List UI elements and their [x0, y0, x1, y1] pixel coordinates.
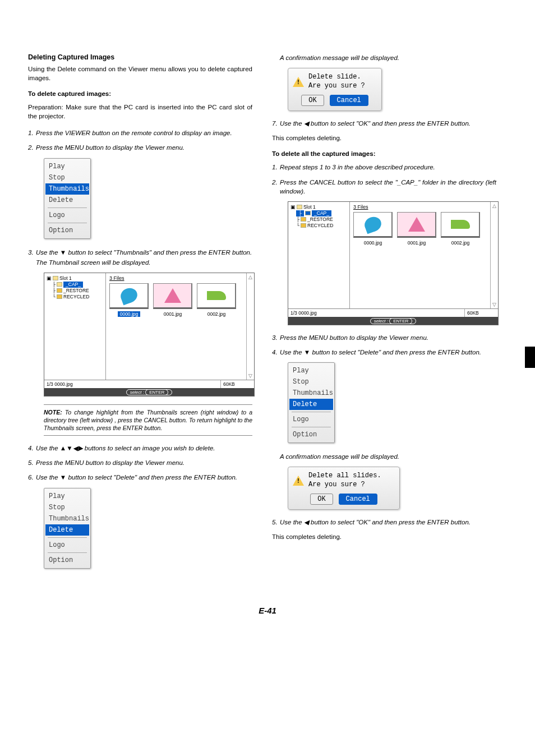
folder-icon [301, 223, 306, 228]
file-count: 3 Files [109, 275, 243, 281]
scroll-up-icon[interactable]: △ [248, 274, 252, 280]
menu-option[interactable]: Option [289, 429, 333, 440]
dialog-line1: Delete all slides. [308, 472, 381, 481]
thumbnail-grid[interactable]: 3 Files 0000.jpg 0001.jpg 0002.jpg [350, 202, 490, 308]
step-4b: 4.Use the ▼ button to select "Delete" an… [272, 348, 496, 357]
intro-text: Using the Delete command on the Viewer m… [28, 64, 252, 82]
menu-logo[interactable]: Logo [45, 540, 89, 551]
step-5: 5.Press the MENU button to display the V… [28, 458, 252, 467]
step-4: 4.Use the ▲▼◀▶ buttons to select an imag… [28, 444, 252, 453]
menu-option[interactable]: Option [45, 555, 89, 566]
menu-play[interactable]: Play [45, 491, 89, 502]
step-3: 3.Use the ▼ button to select "Thumbnails… [28, 248, 252, 257]
page-number: E-41 [0, 600, 535, 626]
scroll-down-icon[interactable]: ▽ [248, 373, 252, 379]
status-bar: 1/3 0000.jpg60KB [288, 308, 498, 317]
menu-stop[interactable]: Stop [289, 376, 333, 388]
image-icon [451, 220, 470, 229]
image-icon [118, 285, 139, 305]
scrollbar[interactable]: △▽ [246, 273, 254, 380]
page-edge-tab [525, 347, 535, 368]
menu-delete[interactable]: Delete [45, 195, 89, 206]
thumb-item[interactable]: 0001.jpg [153, 283, 192, 317]
step-3b: 3.Press the MENU button to display the V… [272, 333, 496, 342]
folder-tree[interactable]: ▣ Slot 1 ├_CAP_ ├_RESTORE └RECYCLED [44, 273, 106, 380]
subheading-delete-all: To delete all the captured images: [272, 150, 496, 157]
folder-icon [305, 211, 311, 215]
warning-icon [293, 476, 304, 486]
thumb-item[interactable]: 0000.jpg [353, 212, 393, 246]
image-icon [362, 214, 383, 234]
step-7: 7.Use the ◀ button to select "OK" and th… [272, 119, 496, 128]
thumbnail-screen: ▣ Slot 1 ├_CAP_ ├_RESTORE └RECYCLED 3 Fi… [44, 273, 255, 397]
hint-bar: select : ENTER [288, 317, 498, 325]
note-box: NOTE: To change highlight from the Thumb… [44, 404, 252, 436]
viewer-menu: Play Stop Thumbnails Delete Logo Option [44, 488, 91, 569]
folder-icon [57, 294, 62, 299]
delete-slide-dialog: Delete slide.Are you sure ? OK Cancel [288, 68, 382, 111]
step-1: 1.Press the VIEWER button on the remote … [28, 128, 252, 137]
image-icon [207, 291, 226, 300]
cancel-button[interactable]: Cancel [330, 95, 368, 106]
menu-delete[interactable]: Delete [289, 399, 333, 410]
step-5b: 5.Use the ◀ button to select "OK" and th… [272, 518, 496, 527]
complete-text: This completes deleting. [272, 532, 496, 541]
preparation-text: Preparation: Make sure that the PC card … [28, 103, 252, 121]
menu-play[interactable]: Play [45, 161, 89, 172]
hint-text: select : ENTER [370, 318, 417, 324]
warning-icon [293, 77, 304, 87]
viewer-menu: Play Stop Thumbnails Delete Logo Option [288, 362, 335, 443]
dialog-line2: Are you sure ? [308, 82, 365, 91]
status-bar: 1/3 0000.jpg60KB [44, 380, 254, 388]
thumb-item[interactable]: 0002.jpg [441, 212, 480, 246]
thumb-item[interactable]: 0000.jpg [109, 283, 149, 317]
ok-button[interactable]: OK [310, 494, 333, 505]
subheading-delete: To delete captured images: [28, 90, 252, 97]
menu-thumbnails[interactable]: Thumbnails [289, 388, 333, 399]
folder-icon [57, 288, 62, 293]
confirm-line: A confirmation message will be displayed… [280, 452, 496, 461]
step-3-sub: The Thumbnail screen will be displayed. [36, 258, 252, 267]
menu-stop[interactable]: Stop [45, 502, 89, 513]
hint-text: select : ENTER [126, 389, 173, 395]
thumbnail-grid[interactable]: 3 Files 0000.jpg 0001.jpg 0002.jpg [106, 273, 246, 380]
cancel-button[interactable]: Cancel [339, 494, 377, 505]
menu-thumbnails[interactable]: Thumbnails [45, 513, 89, 524]
thumb-item[interactable]: 0002.jpg [197, 283, 236, 317]
step-2: 2.Press the MENU button to display the V… [28, 143, 252, 152]
image-icon [408, 217, 425, 232]
menu-play[interactable]: Play [289, 365, 333, 376]
confirm-line: A confirmation message will be displayed… [280, 53, 496, 62]
folder-icon [301, 217, 306, 222]
delete-all-dialog: Delete all slides.Are you sure ? OK Canc… [288, 467, 400, 510]
step-6: 6.Use the ▼ button to select "Delete" an… [28, 473, 252, 482]
image-icon [164, 288, 181, 303]
card-icon [297, 205, 302, 209]
menu-stop[interactable]: Stop [45, 172, 89, 183]
folder-tree[interactable]: ▣ Slot 1 ├_CAP_ ├_RESTORE └RECYCLED [288, 202, 350, 308]
menu-logo[interactable]: Logo [289, 414, 333, 425]
thumb-item[interactable]: 0001.jpg [397, 212, 436, 246]
scroll-up-icon[interactable]: △ [492, 203, 496, 209]
thumbnail-screen: ▣ Slot 1 ├_CAP_ ├_RESTORE └RECYCLED 3 Fi… [288, 201, 499, 325]
scroll-down-icon[interactable]: ▽ [492, 302, 496, 307]
menu-option[interactable]: Option [45, 225, 89, 236]
scrollbar[interactable]: △▽ [490, 202, 498, 308]
dialog-line1: Delete slide. [308, 73, 365, 82]
card-icon [53, 276, 58, 280]
hint-bar: select : ENTER [44, 388, 254, 396]
step-1b: 1.Repeat steps 1 to 3 in the above descr… [272, 163, 496, 172]
menu-thumbnails[interactable]: Thumbnails [45, 183, 89, 195]
menu-delete[interactable]: Delete [45, 524, 89, 536]
file-count: 3 Files [353, 204, 487, 210]
folder-icon [57, 282, 62, 287]
ok-button[interactable]: OK [301, 95, 324, 106]
complete-text: This completes deleting. [272, 133, 496, 142]
viewer-menu: Play Stop Thumbnails Delete Logo Option [44, 158, 91, 239]
dialog-line2: Are you sure ? [308, 481, 381, 490]
menu-logo[interactable]: Logo [45, 210, 89, 221]
section-title: Deleting Captured Images [28, 53, 252, 61]
step-2b: 2.Press the CANCEL button to select the … [272, 178, 496, 196]
